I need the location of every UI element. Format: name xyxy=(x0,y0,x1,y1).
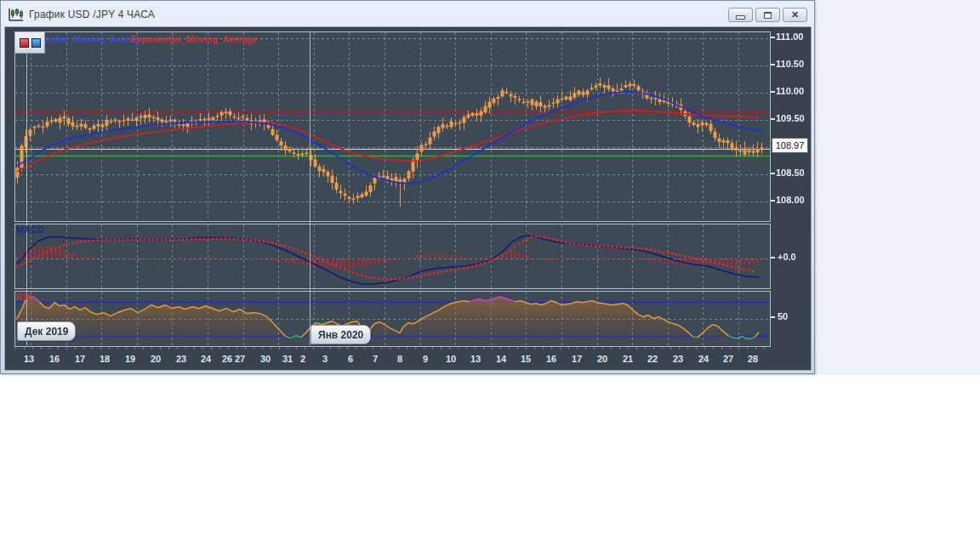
x-axis-label: 18 xyxy=(100,354,110,364)
x-axis-label: 9 xyxy=(423,354,428,364)
chart-window[interactable]: График USD /JPY 4 ЧАСА ✕ Exponential_Mov… xyxy=(0,0,815,374)
price-canvas[interactable] xyxy=(15,32,770,221)
x-axis-label: 17 xyxy=(572,354,582,364)
x-axis-label: 7 xyxy=(373,354,378,364)
x-axis-label: 19 xyxy=(125,354,135,364)
x-axis-label: 15 xyxy=(521,354,531,364)
current-price-box: 108.97 xyxy=(772,138,808,153)
close-button[interactable]: ✕ xyxy=(783,8,807,22)
price-tick xyxy=(771,200,775,202)
x-axis-label: 23 xyxy=(673,354,683,364)
x-axis-label: 14 xyxy=(496,354,506,364)
rsi-mid-tick xyxy=(771,316,775,318)
price-tick xyxy=(771,64,775,65)
price-tick xyxy=(771,173,775,174)
rsi-label: RSI xyxy=(16,292,31,302)
x-axis-label: 27 xyxy=(235,354,245,364)
macd-label: MACD xyxy=(16,224,44,235)
x-axis-label: 20 xyxy=(597,354,607,364)
minimize-icon xyxy=(736,15,745,20)
window-controls: ✕ xyxy=(728,8,807,22)
x-axis-label: 30 xyxy=(260,354,271,364)
maximize-icon xyxy=(764,12,772,19)
maximize-button[interactable] xyxy=(755,8,780,22)
price-tick xyxy=(771,118,775,120)
desktop: График USD /JPY 4 ЧАСА ✕ Exponential_Mov… xyxy=(0,0,980,551)
price-tick xyxy=(771,37,775,38)
macd-canvas[interactable] xyxy=(15,224,770,288)
x-axis-label: 3 xyxy=(322,354,328,364)
indicator-blue-button[interactable] xyxy=(31,38,41,48)
x-axis-label: 22 xyxy=(647,354,658,364)
time-axis-ticks xyxy=(15,346,772,349)
close-icon: ✕ xyxy=(791,10,799,20)
price-label: 108.50 xyxy=(776,168,810,178)
macd-zero-label: +0.0 xyxy=(778,252,796,262)
x-axis-label: 17 xyxy=(75,354,85,364)
price-label: 108.00 xyxy=(776,195,810,205)
minimize-button[interactable] xyxy=(728,8,753,22)
price-tick xyxy=(771,91,775,93)
x-axis-label: 27 xyxy=(723,354,733,364)
x-axis-label: 21 xyxy=(623,354,633,364)
window-title: График USD /JPY 4 ЧАСА xyxy=(29,9,155,20)
x-axis-label: 13 xyxy=(24,354,34,364)
rsi-canvas[interactable] xyxy=(15,292,770,346)
x-axis-label: 2 xyxy=(300,354,305,364)
month-separator-jan xyxy=(310,31,311,345)
x-axis-label: 8 xyxy=(397,354,402,364)
x-axis-label: 24 xyxy=(201,354,211,364)
x-axis-label: 13 xyxy=(470,354,481,364)
price-label: 109.50 xyxy=(776,113,810,123)
rsi-panel[interactable] xyxy=(14,291,771,347)
macd-zero-tick xyxy=(771,257,775,258)
candlestick-chart-icon xyxy=(9,8,24,21)
indicator-red-button[interactable] xyxy=(20,38,29,48)
x-axis-label: 16 xyxy=(546,354,556,364)
indicator-toolbar xyxy=(15,32,45,54)
x-axis-label: 28 xyxy=(748,354,758,364)
x-axis-label: 6 xyxy=(348,354,353,364)
x-axis-label: 26 xyxy=(222,354,232,364)
x-axis-label: 31 xyxy=(282,354,293,364)
x-axis-label: 10 xyxy=(446,354,456,364)
legend-ema-red: Exponential_Moving_Average xyxy=(131,34,258,44)
price-panel[interactable] xyxy=(14,31,771,222)
price-label: 110.00 xyxy=(776,86,810,96)
x-axis-label: 16 xyxy=(49,354,60,364)
x-axis-label: 24 xyxy=(698,354,709,364)
x-axis-label: 23 xyxy=(176,354,186,364)
month-tooltip-jan: Янв 2020 xyxy=(311,325,371,344)
month-tooltip-dec: Дек 2019 xyxy=(17,321,76,341)
price-label: 110.50 xyxy=(776,59,810,69)
price-label: 111.00 xyxy=(776,31,810,42)
title-bar[interactable]: График USD /JPY 4 ЧАСА ✕ xyxy=(3,3,812,26)
x-axis-label: 20 xyxy=(151,354,161,364)
rsi-mid-label: 50 xyxy=(778,311,788,321)
time-axis[interactable]: 1316171819202324262730312367891013141516… xyxy=(5,346,812,370)
macd-panel[interactable] xyxy=(14,224,771,289)
